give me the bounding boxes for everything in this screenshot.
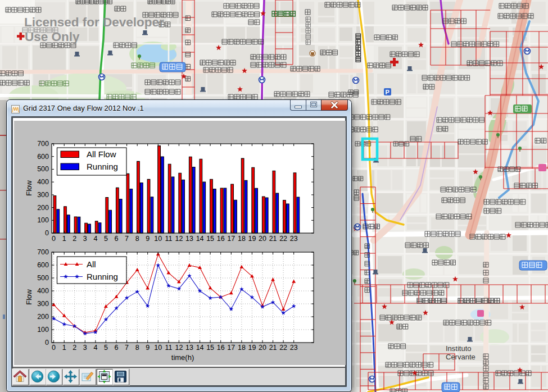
svg-text:Running: Running (87, 272, 118, 281)
svg-text:200: 200 (37, 204, 49, 212)
svg-text:600: 600 (37, 153, 49, 161)
svg-text:600: 600 (37, 261, 49, 269)
svg-text:300: 300 (37, 300, 49, 308)
svg-text:14: 14 (196, 235, 203, 243)
svg-text:0: 0 (45, 339, 49, 347)
svg-text:11: 11 (165, 344, 172, 352)
svg-text:All Flow: All Flow (87, 149, 116, 159)
svg-text:3: 3 (83, 235, 87, 243)
svg-text:2: 2 (73, 235, 76, 243)
svg-text:13: 13 (185, 344, 193, 352)
svg-text:14: 14 (196, 344, 203, 352)
svg-text:200: 200 (37, 313, 49, 321)
svg-text:19: 19 (248, 344, 256, 352)
svg-text:8: 8 (135, 235, 139, 243)
svg-text:5: 5 (103, 344, 107, 352)
svg-text:Use Only: Use Only (25, 30, 80, 44)
svg-text:Flow: Flow (25, 180, 33, 196)
svg-text:5: 5 (103, 235, 107, 243)
svg-text:19: 19 (248, 235, 256, 243)
svg-text:18: 18 (237, 235, 245, 243)
svg-text:Instituto: Instituto (446, 344, 472, 353)
svg-text:17: 17 (227, 235, 235, 243)
svg-text:11: 11 (165, 235, 172, 243)
svg-text:13: 13 (185, 235, 193, 243)
svg-text:10: 10 (154, 344, 162, 352)
svg-text:100: 100 (37, 216, 49, 224)
svg-text:21: 21 (269, 344, 277, 352)
svg-text:6: 6 (114, 344, 118, 352)
svg-text:Flow: Flow (25, 289, 33, 305)
svg-text:time(h): time(h) (171, 353, 193, 362)
svg-text:2: 2 (73, 344, 76, 352)
svg-text:100: 100 (37, 326, 49, 334)
svg-text:400: 400 (37, 178, 49, 186)
svg-text:10: 10 (154, 235, 162, 243)
svg-text:700: 700 (37, 248, 49, 256)
svg-text:500: 500 (37, 274, 49, 282)
svg-text:7: 7 (125, 235, 129, 243)
svg-text:1: 1 (62, 344, 66, 352)
svg-text:22: 22 (279, 344, 287, 352)
svg-text:0: 0 (52, 235, 56, 243)
svg-text:400: 400 (37, 287, 49, 295)
svg-text:9: 9 (146, 344, 150, 352)
svg-text:16: 16 (216, 344, 224, 352)
svg-text:0: 0 (45, 229, 49, 237)
svg-text:20: 20 (259, 235, 266, 243)
svg-text:Licensed for Developer: Licensed for Developer (24, 15, 164, 29)
svg-text:22: 22 (279, 235, 287, 243)
svg-text:Cervante: Cervante (446, 353, 475, 361)
svg-text:18: 18 (237, 344, 245, 352)
svg-text:9: 9 (146, 235, 150, 243)
svg-text:23: 23 (289, 235, 297, 243)
svg-text:16: 16 (216, 235, 224, 243)
svg-text:700: 700 (37, 140, 49, 148)
svg-text:12: 12 (175, 344, 183, 352)
svg-text:1: 1 (62, 235, 66, 243)
svg-text:3: 3 (83, 344, 87, 352)
svg-text:300: 300 (37, 191, 49, 199)
svg-text:17: 17 (227, 344, 235, 352)
svg-text:7: 7 (125, 344, 129, 352)
svg-text:12: 12 (175, 235, 183, 243)
svg-text:15: 15 (206, 235, 214, 243)
svg-text:8: 8 (135, 344, 139, 352)
svg-text:0: 0 (52, 344, 56, 352)
svg-text:P: P (386, 89, 390, 95)
svg-text:500: 500 (37, 165, 49, 173)
svg-text:4: 4 (93, 235, 97, 243)
svg-text:6: 6 (114, 235, 118, 243)
svg-text:21: 21 (269, 235, 277, 243)
svg-text:15: 15 (206, 344, 214, 352)
svg-text:20: 20 (259, 344, 266, 352)
svg-text:All: All (87, 259, 96, 269)
svg-text:23: 23 (289, 344, 297, 352)
svg-text:Running: Running (87, 162, 118, 171)
svg-text:4: 4 (93, 344, 97, 352)
